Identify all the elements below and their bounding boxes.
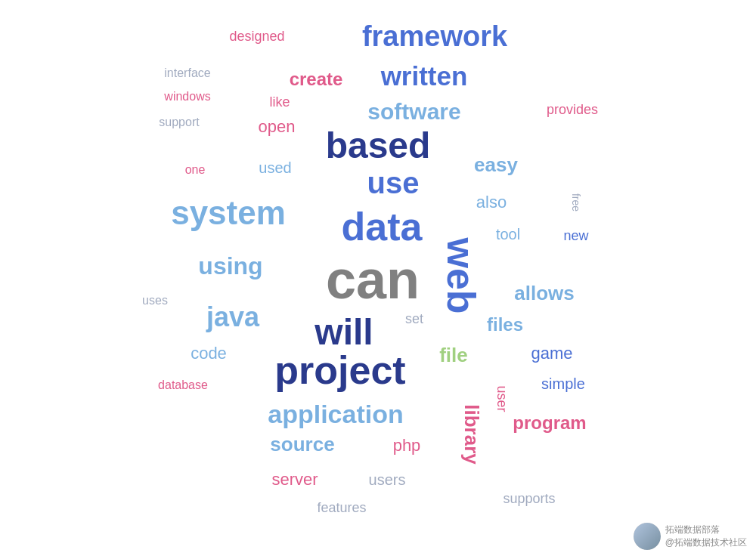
word-based: based bbox=[326, 128, 431, 164]
word-support: support bbox=[159, 116, 199, 128]
watermark: 拓端数据部落@拓端数据技术社区 bbox=[634, 523, 747, 550]
word-file: file bbox=[439, 345, 468, 365]
word-web: web bbox=[442, 237, 481, 313]
word-database: database bbox=[158, 379, 208, 391]
word-supports: supports bbox=[503, 492, 555, 505]
word-program: program bbox=[513, 414, 586, 432]
word-provides: provides bbox=[547, 103, 598, 116]
word-framework: framework bbox=[362, 22, 507, 51]
word-open: open bbox=[259, 119, 296, 135]
word-use: use bbox=[367, 168, 420, 198]
word-free: free bbox=[571, 193, 581, 212]
word-project: project bbox=[274, 351, 405, 390]
word-designed: designed bbox=[229, 29, 284, 43]
word-code: code bbox=[191, 345, 227, 362]
word-easy: easy bbox=[474, 155, 518, 174]
word-files: files bbox=[487, 316, 523, 334]
word-windows: windows bbox=[164, 91, 210, 103]
word-server: server bbox=[271, 471, 318, 488]
word-php: php bbox=[393, 437, 421, 454]
word-also: also bbox=[476, 194, 507, 211]
word-using: using bbox=[198, 254, 262, 278]
word-one: one bbox=[185, 164, 206, 176]
word-new: new bbox=[563, 229, 588, 242]
word-allows: allows bbox=[514, 283, 574, 303]
word-game: game bbox=[531, 345, 572, 362]
word-interface: interface bbox=[164, 67, 210, 79]
word-written: written bbox=[381, 63, 468, 89]
word-create: create bbox=[290, 70, 343, 88]
word-like: like bbox=[269, 95, 290, 109]
word-java: java bbox=[206, 304, 259, 331]
word-can: can bbox=[326, 252, 420, 307]
word-source: source bbox=[270, 434, 334, 454]
word-system: system bbox=[171, 196, 286, 230]
word-simple: simple bbox=[541, 376, 585, 391]
word-application: application bbox=[268, 401, 403, 427]
word-data: data bbox=[342, 207, 423, 246]
word-set: set bbox=[405, 312, 423, 326]
word-tool: tool bbox=[496, 227, 520, 242]
word-user: user bbox=[495, 385, 509, 412]
word-features: features bbox=[317, 501, 366, 514]
word-users: users bbox=[369, 472, 406, 487]
word-software: software bbox=[367, 100, 460, 123]
word-uses: uses bbox=[142, 295, 168, 307]
watermark-text: 拓端数据部落@拓端数据技术社区 bbox=[665, 523, 747, 549]
word-cloud: designedframeworkinterfacewrittencreatew… bbox=[0, 0, 756, 559]
word-will: will bbox=[314, 314, 373, 351]
watermark-icon bbox=[634, 523, 661, 550]
word-used: used bbox=[259, 160, 291, 175]
word-library: library bbox=[462, 404, 482, 465]
